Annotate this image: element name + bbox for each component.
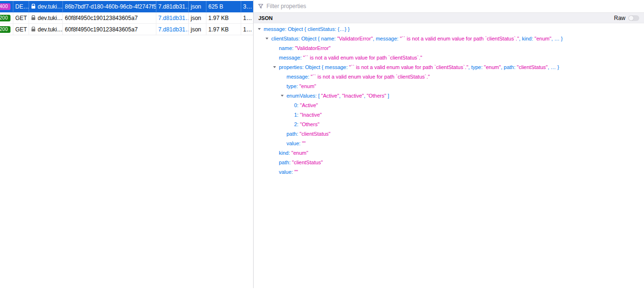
- json-key-text: , … }: [548, 64, 559, 70]
- tree-row[interactable]: 1: "Inactive": [254, 110, 644, 120]
- json-key-text: , kind:: [519, 36, 534, 41]
- json-key-text: message: Object { clientStatus: {…} }: [264, 26, 349, 32]
- transferred-cell: 1.97 KB: [206, 12, 241, 23]
- initiator-link[interactable]: 7.d81db31…: [156, 24, 189, 35]
- raw-toggle-switch[interactable]: [628, 15, 639, 21]
- expand-arrow-icon[interactable]: [266, 38, 268, 40]
- domain-cell: dev.tuki…: [29, 24, 63, 35]
- json-key-text: , message:: [373, 36, 400, 41]
- status-cell: 200: [0, 24, 13, 35]
- size-cell: 3…: [241, 1, 253, 12]
- raw-toggle-knob: [629, 16, 634, 20]
- tree-row[interactable]: clientStatus: Object { name: "ValidatorE…: [254, 34, 644, 43]
- status-cell: 400: [0, 1, 13, 12]
- tree-row[interactable]: path: "clientStatus": [254, 129, 644, 139]
- json-key-text: , type:: [468, 64, 484, 70]
- method-cell: GET: [13, 24, 29, 35]
- filter-funnel-icon: [258, 3, 264, 9]
- json-key-text: message:: [279, 55, 303, 60]
- network-row[interactable]: 200GETdev.tuki…60f8f4950c190123843605a77…: [0, 24, 253, 35]
- tree-row[interactable]: value: "": [254, 167, 644, 177]
- json-string-value: "enum": [484, 64, 501, 70]
- json-key-text: kind:: [279, 150, 291, 156]
- status-badge: 200: [0, 26, 10, 33]
- tree-row[interactable]: name: "ValidatorError": [254, 43, 644, 53]
- json-string-value: "Active": [321, 93, 339, 99]
- filter-properties-input[interactable]: [266, 3, 644, 10]
- domain-label: dev.tuki…: [38, 26, 62, 33]
- tree-row[interactable]: 0: "Active": [254, 100, 644, 110]
- json-key-text: enumValues: [: [286, 93, 321, 99]
- domain-label: dev.tuki…: [38, 3, 62, 10]
- tree-row[interactable]: kind: "enum": [254, 148, 644, 158]
- expand-arrow-icon[interactable]: [273, 66, 276, 68]
- tree-row[interactable]: enumValues: [ "Active", "Inactive", "Oth…: [254, 91, 644, 100]
- network-request-list: 400DE…dev.tuki…86b7bdf7-d180-460b-96cb-4…: [0, 0, 253, 290]
- initiator-link[interactable]: 7.d81db31…: [156, 1, 189, 12]
- tree-row[interactable]: 2: "Others": [254, 120, 644, 129]
- file-cell: 60f8f4950c190123843605a7: [63, 12, 156, 23]
- status-badge: 400: [0, 3, 10, 10]
- json-key-text: message:: [286, 74, 311, 80]
- network-row[interactable]: 200GETdev.tuki…60f8f4950c190123843605a77…: [0, 12, 253, 24]
- size-cell: 1…: [241, 24, 253, 35]
- json-string-value: "Others": [367, 93, 386, 99]
- domain-label: dev.tuki…: [38, 15, 62, 21]
- json-section-header: JSON Raw: [254, 13, 644, 23]
- domain-cell: dev.tuki…: [29, 1, 63, 12]
- filter-properties-bar: [254, 0, 644, 13]
- tree-row[interactable]: type: "enum": [254, 81, 644, 91]
- json-string-value: "clientStatus": [292, 160, 323, 165]
- size-cell: 1…: [241, 12, 253, 23]
- json-key-text: type:: [286, 83, 299, 89]
- transferred-cell: 625 B: [206, 1, 241, 12]
- json-key-text: value:: [279, 169, 294, 175]
- json-key-text: , … }: [552, 36, 563, 41]
- json-string-value: "Inactive": [300, 112, 322, 118]
- status-cell: 200: [0, 12, 13, 23]
- json-key-text: 0:: [294, 102, 300, 108]
- json-string-value: "enum": [291, 150, 308, 156]
- tree-row[interactable]: value: "": [254, 139, 644, 148]
- initiator-link[interactable]: 7.d81db31…: [156, 12, 189, 23]
- json-string-value: "`` is not a valid enum value for path `…: [311, 74, 430, 80]
- json-string-value: "clientStatus": [517, 64, 548, 70]
- json-key-text: ]: [386, 93, 389, 99]
- json-string-value: "Others": [300, 121, 319, 127]
- json-key-text: clientStatus: Object { name:: [271, 36, 337, 41]
- lock-icon: [31, 4, 36, 9]
- domain-cell: dev.tuki…: [29, 12, 63, 23]
- network-row[interactable]: 400DE…dev.tuki…86b7bdf7-d180-460b-96cb-4…: [0, 1, 253, 12]
- json-string-value: "": [302, 140, 306, 146]
- raw-toggle-group: Raw: [614, 15, 639, 21]
- json-key-text: 1:: [294, 112, 300, 118]
- json-string-value: "clientStatus": [300, 131, 331, 137]
- json-string-value: "ValidatorError": [337, 36, 373, 41]
- tree-row[interactable]: path: "clientStatus": [254, 158, 644, 167]
- json-string-value: "enum": [299, 83, 316, 89]
- json-key-text: properties: Object { message:: [279, 64, 349, 70]
- method-cell: GET: [13, 12, 29, 23]
- json-string-value: "ValidatorError": [295, 45, 331, 51]
- tree-row[interactable]: message: "`` is not a valid enum value f…: [254, 72, 644, 81]
- status-badge: 200: [0, 15, 10, 21]
- raw-toggle-label: Raw: [614, 15, 625, 21]
- json-key-text: path:: [286, 131, 300, 137]
- tree-row[interactable]: message: "`` is not a valid enum value f…: [254, 53, 644, 62]
- transferred-cell: 1.97 KB: [206, 24, 241, 35]
- tree-row[interactable]: message: Object { clientStatus: {…} }: [254, 24, 644, 34]
- json-key-text: 2:: [294, 121, 300, 127]
- json-string-value: "`` is not a valid enum value for path `…: [303, 55, 422, 60]
- json-string-value: "Active": [300, 102, 318, 108]
- json-key-text: path:: [279, 160, 292, 165]
- file-cell: 86b7bdf7-d180-460b-96cb-4f2747f5d6: [63, 1, 156, 12]
- expand-arrow-icon[interactable]: [258, 28, 261, 30]
- json-string-value: "enum": [534, 36, 551, 41]
- json-string-value: "Inactive": [342, 93, 364, 99]
- type-cell: json: [189, 1, 206, 12]
- devtools-network-panel: 400DE…dev.tuki…86b7bdf7-d180-460b-96cb-4…: [0, 0, 644, 290]
- tree-row[interactable]: properties: Object { message: "`` is not…: [254, 62, 644, 72]
- json-string-value: "": [294, 169, 298, 175]
- expand-arrow-icon[interactable]: [281, 95, 284, 97]
- json-string-value: "`` is not a valid enum value for path `…: [400, 36, 519, 41]
